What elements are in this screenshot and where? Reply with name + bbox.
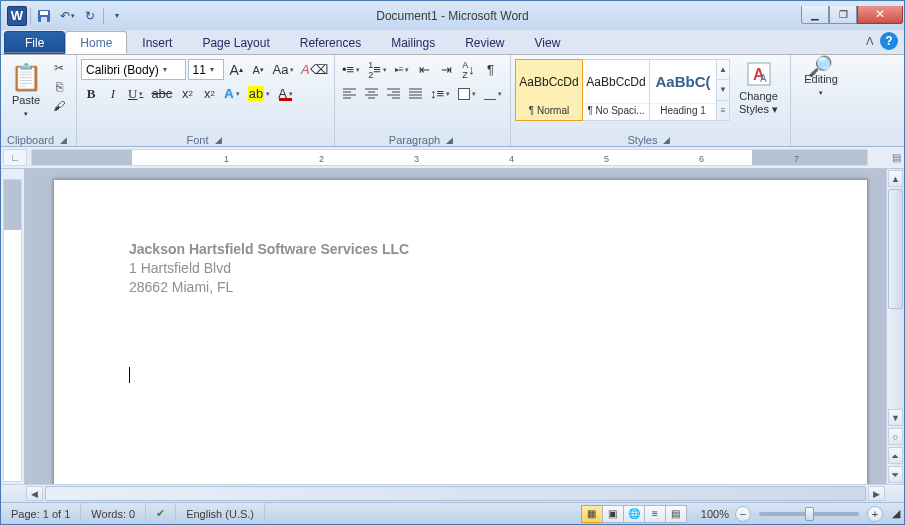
font-dialog-launcher[interactable]: ◢ bbox=[212, 132, 225, 147]
status-proofing[interactable]: ✔ bbox=[146, 503, 176, 524]
borders-icon[interactable]: ▾ bbox=[481, 83, 505, 104]
paste-button[interactable]: 📋 Paste ▾ bbox=[5, 57, 47, 123]
view-outline-icon[interactable]: ≡ bbox=[644, 505, 666, 523]
tab-selector[interactable]: ∟ bbox=[3, 149, 27, 166]
gallery-expand-icon[interactable]: ≡ bbox=[717, 101, 729, 120]
format-painter-icon[interactable]: 🖌 bbox=[49, 97, 69, 115]
view-full-screen-icon[interactable]: ▣ bbox=[602, 505, 624, 523]
superscript-button[interactable]: x2 bbox=[199, 83, 219, 104]
word-app-icon[interactable]: W bbox=[7, 6, 27, 26]
view-print-layout-icon[interactable]: ▦ bbox=[581, 505, 603, 523]
strikethrough-button[interactable]: abc bbox=[148, 83, 175, 104]
tab-view[interactable]: View bbox=[520, 31, 576, 54]
shading-icon[interactable]: ▾ bbox=[455, 83, 479, 104]
status-language[interactable]: English (U.S.) bbox=[176, 503, 265, 524]
tab-references[interactable]: References bbox=[285, 31, 376, 54]
redo-icon[interactable]: ↻ bbox=[80, 6, 100, 26]
save-icon[interactable] bbox=[34, 6, 54, 26]
zoom-out-icon[interactable]: − bbox=[735, 506, 751, 522]
scroll-right-icon[interactable]: ▶ bbox=[868, 486, 885, 501]
italic-button[interactable]: I bbox=[103, 83, 123, 104]
numbering-icon[interactable]: 12≡▾ bbox=[365, 59, 390, 80]
prev-page-icon[interactable]: ⏶ bbox=[888, 447, 903, 464]
sort-icon[interactable]: AZ↓ bbox=[458, 59, 478, 80]
zoom-in-icon[interactable]: + bbox=[867, 506, 883, 522]
horizontal-ruler[interactable]: 1234567 bbox=[31, 149, 868, 166]
scroll-down-icon[interactable]: ▼ bbox=[888, 409, 903, 426]
align-left-icon[interactable] bbox=[339, 83, 359, 104]
view-draft-icon[interactable]: ▤ bbox=[665, 505, 687, 523]
zoom-level[interactable]: 100% bbox=[695, 508, 735, 520]
increase-indent-icon[interactable]: ⇥ bbox=[436, 59, 456, 80]
multilevel-list-icon[interactable]: ▸≡▾ bbox=[392, 59, 413, 80]
vertical-scrollbar[interactable]: ▲ ▼ ○ ⏶ ⏷ bbox=[886, 169, 904, 484]
page[interactable]: Jackson Hartsfield Software Services LLC… bbox=[53, 179, 868, 484]
find-icon: 🔎 bbox=[808, 60, 833, 73]
copy-icon[interactable]: ⎘ bbox=[49, 78, 69, 96]
decrease-indent-icon[interactable]: ⇤ bbox=[414, 59, 434, 80]
next-page-icon[interactable]: ⏷ bbox=[888, 466, 903, 483]
style-item[interactable]: AaBbCcDd¶ Normal bbox=[515, 59, 583, 121]
resize-grip-icon[interactable]: ◢ bbox=[888, 503, 904, 524]
cut-icon[interactable]: ✂ bbox=[49, 59, 69, 77]
ruler-toggle-icon[interactable]: ▤ bbox=[888, 147, 904, 168]
style-item[interactable]: AaBbC(Heading 1 bbox=[649, 59, 717, 121]
subscript-button[interactable]: x2 bbox=[177, 83, 197, 104]
gallery-scroll: ▲▼≡ bbox=[716, 59, 730, 121]
status-page[interactable]: Page: 1 of 1 bbox=[1, 503, 81, 524]
text-effects-icon[interactable]: A▾ bbox=[221, 83, 242, 104]
scroll-thumb-v[interactable] bbox=[888, 189, 903, 309]
scroll-track-v[interactable] bbox=[887, 310, 904, 408]
editing-button[interactable]: 🔎 Editing ▾ bbox=[799, 57, 843, 102]
paragraph-dialog-launcher[interactable]: ◢ bbox=[443, 132, 456, 147]
tab-page-layout[interactable]: Page Layout bbox=[187, 31, 284, 54]
tab-home[interactable]: Home bbox=[65, 31, 127, 54]
gallery-row-up-icon[interactable]: ▲ bbox=[717, 60, 729, 80]
align-center-icon[interactable] bbox=[361, 83, 381, 104]
browse-object-icon[interactable]: ○ bbox=[888, 428, 903, 445]
grow-font-icon[interactable]: A▴ bbox=[226, 59, 246, 80]
style-name: ¶ Normal bbox=[516, 103, 582, 120]
font-size-combo[interactable]: 11▾ bbox=[188, 59, 224, 80]
styles-dialog-launcher[interactable]: ◢ bbox=[660, 132, 673, 147]
clear-formatting-icon[interactable]: A⌫ bbox=[299, 59, 330, 80]
bold-button[interactable]: B bbox=[81, 83, 101, 104]
zoom-slider-thumb[interactable] bbox=[805, 507, 814, 521]
justify-icon[interactable] bbox=[405, 83, 425, 104]
zoom-slider[interactable] bbox=[759, 512, 859, 516]
close-button[interactable]: ✕ bbox=[857, 6, 903, 24]
help-icon[interactable]: ? bbox=[880, 32, 898, 50]
status-words[interactable]: Words: 0 bbox=[81, 503, 146, 524]
align-right-icon[interactable] bbox=[383, 83, 403, 104]
page-viewport[interactable]: Jackson Hartsfield Software Services LLC… bbox=[25, 169, 886, 484]
style-item[interactable]: AaBbCcDd¶ No Spaci... bbox=[582, 59, 650, 121]
tab-mailings[interactable]: Mailings bbox=[376, 31, 450, 54]
change-case-icon[interactable]: Aa▾ bbox=[270, 59, 297, 80]
font-name-combo[interactable]: Calibri (Body)▾ bbox=[81, 59, 186, 80]
change-styles-button[interactable]: AA ChangeStyles ▾ bbox=[734, 57, 783, 119]
qat-customize-icon[interactable]: ▾ bbox=[107, 6, 127, 26]
tab-file[interactable]: File bbox=[4, 31, 65, 54]
scroll-thumb-h[interactable] bbox=[45, 486, 866, 501]
scroll-up-icon[interactable]: ▲ bbox=[888, 170, 903, 187]
clipboard-dialog-launcher[interactable]: ◢ bbox=[57, 132, 70, 147]
maximize-button[interactable]: ❐ bbox=[829, 6, 857, 24]
minimize-button[interactable]: ▁ bbox=[801, 6, 829, 24]
line-spacing-icon[interactable]: ↕≡▾ bbox=[427, 83, 453, 104]
view-web-layout-icon[interactable]: 🌐 bbox=[623, 505, 645, 523]
bullets-icon[interactable]: •≡▾ bbox=[339, 59, 363, 80]
ribbon-minimize-icon[interactable]: ᐱ bbox=[866, 35, 874, 48]
tab-insert[interactable]: Insert bbox=[127, 31, 187, 54]
undo-icon[interactable]: ↶▾ bbox=[57, 6, 77, 26]
underline-button[interactable]: U▾ bbox=[125, 83, 146, 104]
gallery-row-down-icon[interactable]: ▼ bbox=[717, 80, 729, 100]
highlight-color-icon[interactable]: ab▾ bbox=[245, 83, 273, 104]
horizontal-scrollbar[interactable]: ◀ ▶ bbox=[1, 484, 904, 502]
scroll-left-icon[interactable]: ◀ bbox=[26, 486, 43, 501]
style-name: Heading 1 bbox=[650, 103, 716, 120]
tab-review[interactable]: Review bbox=[450, 31, 519, 54]
vertical-ruler[interactable] bbox=[1, 169, 25, 484]
font-color-icon[interactable]: A▾ bbox=[275, 83, 296, 104]
shrink-font-icon[interactable]: A▾ bbox=[248, 59, 268, 80]
show-marks-icon[interactable]: ¶ bbox=[480, 59, 500, 80]
